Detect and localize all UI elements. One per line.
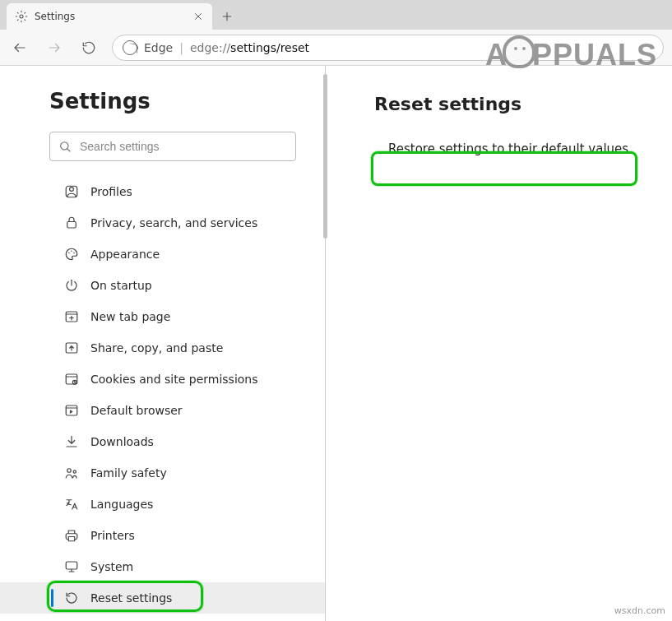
sidebar-item-on-startup[interactable]: On startup [0,270,325,301]
close-icon[interactable] [192,11,204,22]
attribution-text: wsxdn.com [614,605,665,616]
sidebar-item-label: Profiles [90,185,132,198]
sidebar-item-label: Languages [90,498,153,511]
family-icon [64,466,79,480]
address-separator: | [179,41,183,54]
sidebar-scroll-thumb[interactable] [323,74,327,239]
sidebar-item-label: New tab page [90,310,170,323]
svg-point-5 [68,253,70,254]
sidebar-item-privacy[interactable]: Privacy, search, and services [0,207,325,239]
svg-point-1 [61,142,68,150]
newtab-icon [64,309,79,324]
sidebar-item-label: Cookies and site permissions [90,373,258,386]
sidebar-item-default-browser[interactable]: Default browser [0,395,325,426]
svg-rect-15 [68,537,75,541]
sidebar-item-family-safety[interactable]: Family safety [0,457,325,489]
reset-icon [64,591,79,605]
download-icon [64,434,79,449]
sidebar-item-label: Privacy, search, and services [90,216,257,229]
main-heading: Reset settings [374,94,651,114]
svg-point-0 [20,15,23,18]
new-tab-button[interactable] [212,3,242,30]
tab-strip: Settings [0,0,672,30]
share-icon [64,341,79,355]
search-box[interactable] [49,132,296,161]
address-url-prefix: edge:// [190,41,230,54]
svg-point-6 [71,251,72,253]
address-product: Edge [144,41,173,54]
cookies-icon [64,372,79,387]
settings-content: Settings Profiles Privacy, search, and s… [0,66,672,621]
svg-point-7 [73,253,75,254]
sidebar-item-system[interactable]: System [0,551,325,582]
default-browser-icon [64,403,79,418]
sidebar-item-label: Family safety [90,466,167,480]
sidebar-item-label: Default browser [90,404,183,417]
gear-icon [15,10,28,23]
restore-defaults-option[interactable]: Restore settings to their default values [374,129,651,169]
reload-icon [81,40,96,55]
sidebar-item-label: Appearance [90,248,160,261]
sidebar-item-label: System [90,560,133,573]
languages-icon [64,497,79,512]
plus-icon [220,10,234,23]
edge-icon [123,40,137,55]
arrow-left-icon [12,40,27,55]
paint-icon [64,247,79,262]
sidebar-item-profiles[interactable]: Profiles [0,176,325,207]
sidebar-item-new-tab-page[interactable]: New tab page [0,301,325,332]
printer-icon [64,528,79,543]
svg-rect-12 [66,406,77,415]
address-url-path: settings/reset [230,41,309,54]
sidebar-item-label: Downloads [90,435,154,448]
sidebar-item-label: On startup [90,279,152,292]
svg-rect-16 [66,562,77,569]
page-title: Settings [49,89,325,114]
svg-point-2 [70,188,74,192]
browser-tab[interactable]: Settings [7,3,212,30]
watermark-text: PPUALS [532,38,657,72]
sidebar-item-downloads[interactable]: Downloads [0,426,325,457]
arrow-right-icon [47,40,62,55]
tab-title: Settings [35,11,186,22]
svg-rect-4 [67,222,76,229]
sidebar-item-languages[interactable]: Languages [0,489,325,520]
restore-defaults-label: Restore settings to their default values [388,141,628,156]
svg-point-14 [73,470,76,473]
profile-icon [64,184,79,199]
watermark: APPUALS [485,38,657,72]
power-icon [64,278,79,293]
sidebar-item-appearance[interactable]: Appearance [0,239,325,270]
watermark-face-icon [503,35,535,68]
sidebar-item-label: Printers [90,529,135,542]
sidebar-item-share[interactable]: Share, copy, and paste [0,332,325,364]
search-input[interactable] [80,140,287,153]
reload-button[interactable] [72,31,105,64]
back-button[interactable] [3,31,36,64]
search-icon [58,140,72,153]
sidebar-item-printers[interactable]: Printers [0,520,325,551]
system-icon [64,559,79,574]
sidebar-item-cookies[interactable]: Cookies and site permissions [0,364,325,395]
lock-icon [64,215,79,230]
sidebar: Settings Profiles Privacy, search, and s… [0,66,325,621]
forward-button[interactable] [38,31,71,64]
sidebar-nav: Profiles Privacy, search, and services A… [0,176,325,614]
svg-point-13 [67,469,72,473]
sidebar-item-label: Share, copy, and paste [90,341,223,355]
sidebar-item-label: Reset settings [90,591,172,605]
sidebar-item-reset-settings[interactable]: Reset settings [0,582,325,614]
main-pane: Reset settings Restore settings to their… [325,66,672,621]
